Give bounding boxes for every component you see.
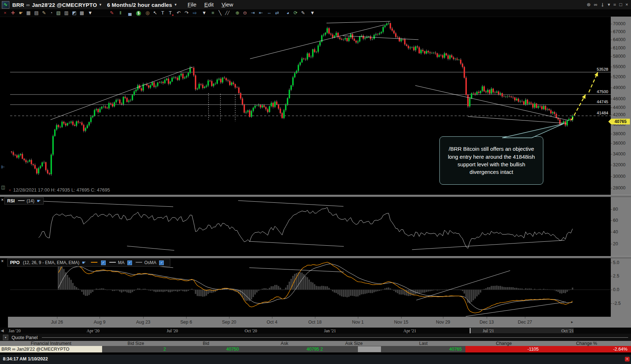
grid-icon[interactable]: ▦ <box>25 10 32 16</box>
draw-dropdown-icon[interactable]: ▼ <box>201 10 208 16</box>
menu-item-view[interactable]: View <box>222 1 233 8</box>
settings-wrench-icon[interactable]: ✎ <box>299 10 307 16</box>
date-tick <box>143 317 144 319</box>
pointer-tool-icon[interactable]: ⊩ <box>1 165 5 170</box>
quote-panel-collapse-icon[interactable]: ▼ <box>3 335 8 340</box>
price-tick-label: 42000 <box>613 112 626 117</box>
ohlc-close-icon[interactable]: × <box>9 188 11 192</box>
price-tick-notch <box>611 88 612 88</box>
settings-gear-icon[interactable]: ⊛ <box>587 0 591 9</box>
menu-bar: FileEditView <box>184 1 237 8</box>
quote-ask-size-cell[interactable] <box>358 346 381 352</box>
volume-bars-icon[interactable]: ▄ <box>126 10 133 16</box>
text-note-icon[interactable]: T <box>159 10 166 16</box>
compress-horizontal-icon[interactable]: ⇄ <box>273 10 281 16</box>
pan-crosshair-icon[interactable]: ✚ <box>9 10 17 16</box>
symbol-label[interactable]: BRR <box>12 2 24 8</box>
price-tick-notch <box>611 134 612 134</box>
studies-list-icon[interactable]: ≡ <box>209 10 216 16</box>
shift-right-icon[interactable]: ⇥ <box>249 10 257 16</box>
callout-annotation[interactable]: /BRR Bitcoin still offers an objective l… <box>439 136 543 185</box>
ppo-legend: ✓MA✓OsMA✓ <box>91 260 167 265</box>
price-axis[interactable]: 7000067000640006100058000550005200049000… <box>611 17 631 317</box>
date-tick <box>525 317 525 319</box>
timeframe-selector[interactable]: 6 Months/2 hour candles <box>107 2 172 8</box>
ppo-legend-checkbox[interactable]: ✓ <box>101 260 106 265</box>
price-tick-label: 38000 <box>613 131 626 136</box>
shift-left-icon[interactable]: ⇤ <box>257 10 264 16</box>
drawing-toolbar: ×✚☛▦▤✎◔▧▥◩▩▼✎ǁ▄$◎↖TT↶↷⇨▼≡╲╱╱⊕⊖⇥⇤⇔⇄◕⟳✎▼ <box>0 9 631 17</box>
close-ppo-icon[interactable]: × <box>1 259 4 264</box>
trendline-icon[interactable]: ╲ <box>216 10 224 16</box>
more-dropdown-icon[interactable]: ▼ <box>309 10 316 16</box>
rsi-pane[interactable] <box>10 197 611 256</box>
date-label: Sep 6 <box>180 320 192 325</box>
menu-item-file[interactable]: File <box>188 1 196 8</box>
contract-selector[interactable]: Jan28'22 @CMECRYPTO <box>32 2 97 8</box>
history-date-label: Apr '21 <box>403 328 416 334</box>
scrollbar-left-arrow-icon[interactable]: ◀ <box>1 328 4 333</box>
target-icon[interactable]: ◎ <box>144 10 151 16</box>
close-window-icon[interactable]: × <box>625 0 628 9</box>
next-icon[interactable]: ⇨ <box>191 10 198 16</box>
quote-table-header: Financial InstrumentBid SizeBidAskAsk Si… <box>0 341 631 346</box>
link-chart-icon[interactable]: ∞ <box>594 0 597 9</box>
close-rsi-icon[interactable]: × <box>1 197 4 202</box>
history-scrollbar[interactable]: ◀ Jan '20Apr '20Jul '20Oct '20Jan '21Apr… <box>0 328 631 334</box>
time-frame-icon[interactable]: ◔ <box>48 10 55 16</box>
undo-icon[interactable]: ↶ <box>175 10 182 16</box>
status-close-icon[interactable]: × <box>625 357 630 361</box>
compare-icon[interactable]: ◕ <box>284 10 292 16</box>
ppo-legend-checkbox[interactable]: ✓ <box>159 260 164 265</box>
rsi-tick-label: 80 <box>613 207 618 212</box>
text-remove-icon[interactable]: T <box>167 10 174 16</box>
close-chart-icon[interactable]: × <box>1 10 9 16</box>
parallel-lines-icon[interactable]: ╱╱ <box>224 10 231 16</box>
dollar-icon[interactable]: $ <box>135 10 142 16</box>
rsi-hand-icon[interactable]: ☛ <box>37 198 41 203</box>
ppo-legend-swatch <box>109 262 116 263</box>
chart-template-icon[interactable]: ▧ <box>55 10 62 16</box>
price-tick-label: 30000 <box>613 174 626 179</box>
draw-pencil-icon[interactable]: ✎ <box>108 10 115 16</box>
menu-item-edit[interactable]: Edit <box>204 1 214 8</box>
print-icon[interactable]: ▤ <box>33 10 40 16</box>
quote-panel-title: Quote Panel <box>12 335 38 340</box>
zoom-in-icon[interactable]: ⊕ <box>234 10 241 16</box>
quote-instrument-cell[interactable]: BRR ∞ Jan28'22 @CMECRYPTO <box>0 346 102 352</box>
ppo-hand-icon[interactable]: ☛ <box>82 260 86 265</box>
pin-dropdown-icon[interactable]: ▾ <box>608 0 610 9</box>
redo-icon[interactable]: ↷ <box>183 10 190 16</box>
pin-icon[interactable]: ⊸ <box>598 3 607 7</box>
date-axis-end-icon[interactable]: ▸ <box>571 320 573 324</box>
ppo-pane[interactable] <box>10 258 611 317</box>
hand-cursor-icon[interactable]: ☛ <box>17 10 25 16</box>
expand-horizontal-icon[interactable]: ⇔ <box>266 10 273 16</box>
minimize-icon[interactable]: = <box>613 0 616 9</box>
rsi-trendline-drawings[interactable] <box>27 201 565 250</box>
rsi-label-box[interactable]: RSI (14) ☛ <box>4 197 44 205</box>
study-grid-icon[interactable]: ▥ <box>63 10 70 16</box>
candlestick-style-icon[interactable]: ǁ <box>117 10 124 16</box>
quote-table-row[interactable]: BRR ∞ Jan28'22 @CMECRYPTO 24075040795 24… <box>0 346 631 352</box>
layout-grid-icon[interactable]: ▩ <box>78 10 86 16</box>
ppo-legend-checkbox[interactable]: ✓ <box>127 260 132 265</box>
date-axis[interactable]: ▸ Jul 26Aug 9Aug 23Sep 6Sep 20Oct 4Oct 1… <box>0 317 631 328</box>
chart-edit-icon[interactable]: ◩ <box>71 10 78 16</box>
pointer-icon[interactable]: ↖ <box>152 10 159 16</box>
refresh-icon[interactable]: ⟳ <box>292 10 299 16</box>
maximize-icon[interactable]: □ <box>619 0 622 9</box>
title-bar: ∿ BRR ∞ Jan28'22 @CMECRYPTO ▼ 6 Months/2… <box>0 0 631 9</box>
chart-style-dropdown-icon[interactable]: ▼ <box>87 10 94 16</box>
quick-edit-icon[interactable]: ✎ <box>40 10 48 16</box>
timeframe-caret-icon[interactable]: ▼ <box>174 3 177 6</box>
rsi-tick-label: 40 <box>613 229 618 234</box>
price-tick-notch <box>611 24 612 24</box>
contract-caret-icon[interactable]: ▼ <box>99 3 102 6</box>
ppo-label-box[interactable]: PPO (12, 26, 9 - EMA, EMA, EMA) ☛ ✓MA✓Os… <box>7 259 170 267</box>
ppo-tick-label: -2.5 <box>613 301 621 306</box>
zoom-out-icon[interactable]: ⊖ <box>241 10 249 16</box>
last-price-tag: 40765 <box>611 119 630 124</box>
date-label: Dec 27 <box>518 320 532 325</box>
chart-style-icon[interactable]: ◫ <box>1 185 5 190</box>
